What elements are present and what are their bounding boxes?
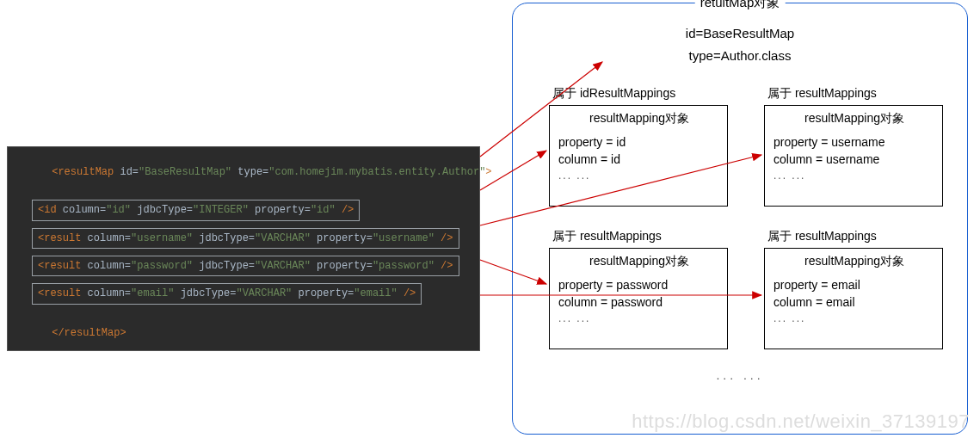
- mapping-column: column = password: [558, 295, 720, 309]
- mapping-column: column = username: [774, 152, 935, 166]
- mapping-box: resultMapping对象 property = password colu…: [549, 248, 728, 349]
- resultmap-object-box: retultMap对象 id=BaseResultMap type=Author…: [512, 3, 968, 435]
- code-row-email: <result column="email" jdbcType="VARCHAR…: [32, 283, 422, 304]
- big-box-dots: ... ...: [716, 368, 763, 382]
- xml-code-panel: <resultMap id="BaseResultMap" type="com.…: [7, 146, 480, 351]
- big-box-type: type=Author.class: [689, 48, 792, 63]
- big-box-title: retultMap对象: [695, 0, 786, 11]
- code-row-username: <result column="username" jdbcType="VARC…: [32, 228, 459, 249]
- mapping-label: 属于 idResultMappings: [552, 86, 730, 102]
- dots: ... ...: [558, 170, 720, 182]
- dots: ... ...: [558, 312, 720, 324]
- mapping-id: 属于 idResultMappings resultMapping对象 prop…: [549, 86, 730, 207]
- mapping-box: resultMapping对象 property = username colu…: [764, 105, 943, 207]
- mapping-property: property = username: [774, 135, 935, 149]
- mapping-label: 属于 resultMappings: [767, 229, 945, 244]
- dots: ... ...: [774, 170, 935, 182]
- mapping-label: 属于 resultMappings: [552, 229, 730, 244]
- mapping-email: 属于 resultMappings resultMapping对象 proper…: [764, 229, 945, 349]
- mapping-obj-title: resultMapping对象: [774, 111, 935, 126]
- mapping-property: property = id: [558, 135, 720, 149]
- code-close-tag: </resultMap>: [15, 308, 472, 352]
- mapping-box: resultMapping对象 property = email column …: [764, 248, 943, 349]
- mapping-label: 属于 resultMappings: [767, 86, 945, 102]
- mapping-obj-title: resultMapping对象: [558, 254, 720, 269]
- big-box-id: id=BaseResultMap: [686, 26, 794, 40]
- mapping-column: column = email: [774, 295, 935, 309]
- diagram-canvas: <resultMap id="BaseResultMap" type="com.…: [0, 0, 980, 438]
- mapping-column: column = id: [558, 152, 720, 166]
- code-row-password: <result column="password" jdbcType="VARC…: [32, 256, 459, 276]
- mapping-obj-title: resultMapping对象: [558, 111, 720, 126]
- mapping-password: 属于 resultMappings resultMapping对象 proper…: [549, 229, 730, 349]
- mapping-property: property = password: [558, 278, 720, 292]
- mapping-obj-title: resultMapping对象: [774, 254, 935, 269]
- mapping-box: resultMapping对象 property = id column = i…: [549, 105, 728, 207]
- mapping-username: 属于 resultMappings resultMapping对象 proper…: [764, 86, 945, 207]
- mapping-property: property = email: [774, 278, 935, 292]
- code-open-tag: <resultMap id="BaseResultMap" type="com.…: [15, 152, 472, 196]
- code-row-id: <id column="id" jdbcType="INTEGER" prope…: [32, 200, 360, 220]
- dots: ... ...: [774, 312, 935, 324]
